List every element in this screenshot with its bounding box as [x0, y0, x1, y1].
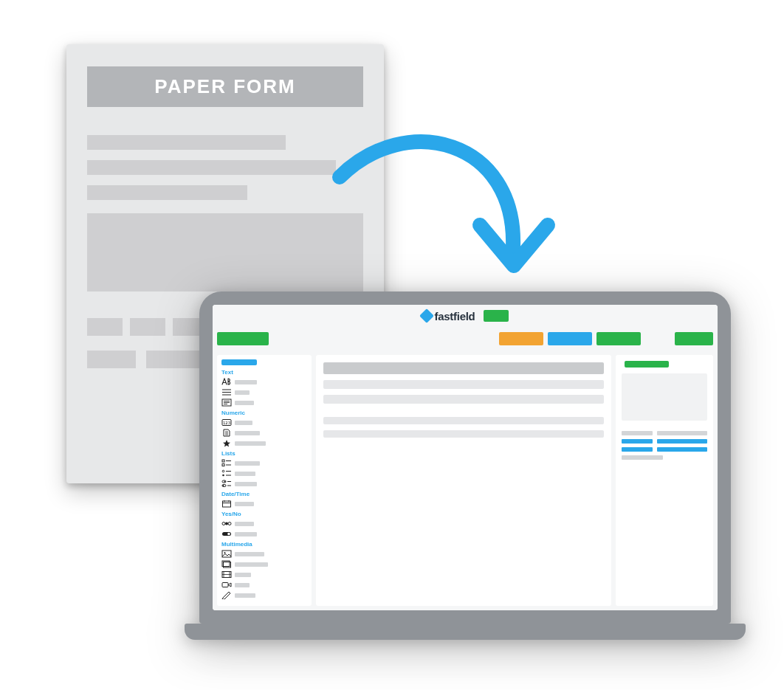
field-item[interactable]	[221, 429, 307, 437]
property-value[interactable]	[657, 431, 707, 435]
palette-tab[interactable]	[221, 359, 257, 365]
field-item[interactable]	[221, 560, 307, 568]
text-icon	[221, 378, 232, 386]
svg-point-12	[222, 522, 225, 525]
switch-icon	[221, 530, 232, 538]
checklist-icon	[221, 459, 232, 467]
placeholder-label	[235, 583, 250, 587]
svg-text:123: 123	[223, 421, 230, 425]
placeholder-block	[87, 213, 363, 291]
property-row	[622, 439, 707, 444]
image-icon	[221, 550, 232, 558]
placeholder-label	[235, 441, 266, 446]
placeholder-label	[235, 502, 254, 506]
field-item[interactable]	[221, 530, 307, 538]
svg-point-5	[222, 470, 224, 472]
properties-tab[interactable]	[625, 361, 669, 368]
placeholder-label	[235, 562, 268, 567]
gallery-icon	[221, 560, 232, 568]
placeholder-label	[235, 593, 255, 598]
property-value	[622, 455, 663, 460]
preview-box	[622, 373, 707, 421]
field-item[interactable]	[221, 570, 307, 579]
switch-list-icon	[221, 480, 232, 488]
property-label	[622, 439, 653, 444]
svg-point-8	[224, 481, 226, 483]
category-label: Multimedia	[221, 541, 307, 548]
category-label: Text	[221, 369, 307, 376]
placeholder-line	[87, 160, 336, 175]
svg-point-18	[224, 552, 226, 553]
placeholder-cell	[87, 318, 123, 336]
field-item[interactable]	[221, 459, 307, 467]
app-screen: fastfield Text	[213, 305, 718, 610]
placeholder-line	[87, 185, 247, 200]
toolbar-button-green[interactable]	[596, 332, 641, 345]
svg-point-10	[223, 485, 224, 486]
field-item[interactable]	[221, 581, 307, 589]
property-label	[622, 447, 653, 452]
svg-rect-11	[223, 501, 231, 507]
placeholder-label	[235, 461, 260, 466]
form-canvas[interactable]	[316, 355, 611, 606]
category-label: Date/Time	[221, 491, 307, 497]
placeholder-label	[235, 401, 254, 405]
field-item[interactable]	[221, 500, 307, 508]
placeholder-label	[235, 380, 257, 384]
film-icon	[221, 570, 232, 579]
field-item[interactable]	[221, 399, 307, 407]
placeholder-label	[235, 472, 255, 476]
calendar-icon	[221, 500, 232, 508]
toggle-list-icon	[221, 469, 232, 477]
properties-panel	[616, 355, 713, 606]
canvas-placeholder	[323, 362, 604, 374]
paper-form-title: PAPER FORM	[87, 66, 363, 107]
canvas-placeholder	[323, 430, 604, 438]
svg-point-13	[225, 522, 228, 525]
svg-point-16	[227, 533, 230, 536]
field-item[interactable]	[221, 388, 307, 396]
placeholder-label	[235, 390, 250, 395]
category-label: Yes/No	[221, 511, 307, 517]
placeholder-label	[235, 532, 257, 537]
placeholder-cell	[87, 351, 136, 368]
field-palette: Text	[217, 355, 312, 606]
placeholder-label	[235, 552, 264, 556]
svg-rect-17	[222, 551, 231, 557]
document-icon	[221, 429, 232, 437]
property-link[interactable]	[657, 439, 707, 444]
number-icon: 123	[221, 418, 232, 427]
svg-point-6	[222, 475, 224, 477]
lines-icon	[221, 388, 232, 396]
video-icon	[221, 581, 232, 589]
toolbar-save-button[interactable]	[675, 332, 713, 345]
radio-icon	[221, 520, 232, 528]
svg-rect-3	[222, 460, 224, 462]
property-row	[622, 447, 707, 452]
canvas-placeholder	[323, 395, 604, 404]
canvas-placeholder	[323, 380, 604, 389]
canvas-placeholder	[323, 417, 604, 424]
laptop-base	[185, 624, 746, 640]
property-link[interactable]	[657, 447, 707, 452]
svg-rect-4	[222, 464, 224, 466]
field-item[interactable]	[221, 520, 307, 528]
field-item[interactable]	[221, 439, 307, 447]
pen-icon	[221, 591, 232, 599]
field-item[interactable]	[221, 378, 307, 386]
placeholder-label	[235, 482, 257, 486]
convert-arrow-icon	[325, 118, 568, 339]
field-item[interactable]	[221, 480, 307, 488]
field-item[interactable]	[221, 591, 307, 599]
property-label	[622, 431, 653, 435]
field-item[interactable]	[221, 550, 307, 558]
field-item[interactable]	[221, 469, 307, 477]
field-item[interactable]: 123	[221, 418, 307, 427]
placeholder-cell	[130, 318, 165, 336]
placeholder-label	[235, 421, 252, 425]
category-label: Numeric	[221, 410, 307, 416]
property-row	[622, 431, 707, 435]
laptop-bezel: fastfield Text	[199, 291, 731, 624]
svg-rect-22	[222, 583, 228, 587]
toolbar-primary-button[interactable]	[217, 332, 269, 345]
